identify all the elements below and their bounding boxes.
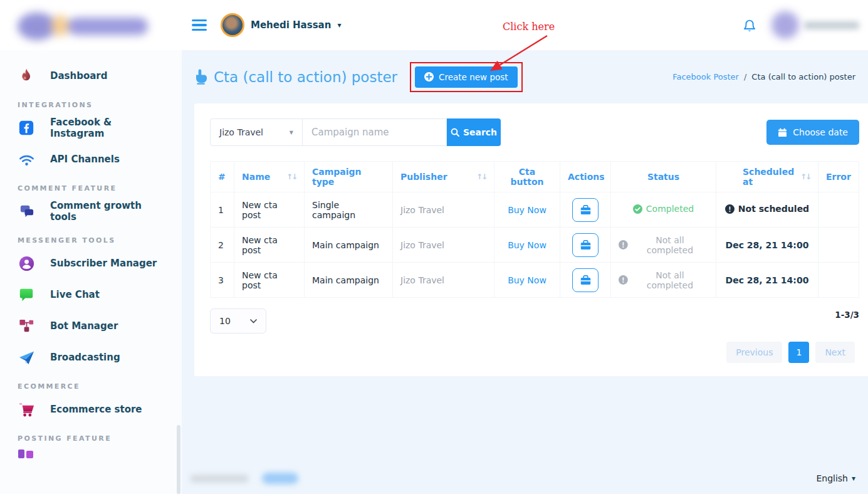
caret-down-icon: ▼	[290, 130, 293, 135]
secondary-user-menu[interactable]	[771, 11, 859, 39]
status-badge: Not all completed	[632, 235, 708, 255]
column-status: Status	[611, 162, 716, 192]
content-card: Jizo Travel ▼ Search	[194, 103, 868, 376]
sidebar-item-dashboard[interactable]: Dashboard	[0, 60, 182, 92]
publisher-select[interactable]: Jizo Travel ▼	[210, 118, 303, 146]
campaign-actions-button[interactable]	[572, 268, 599, 292]
hamburger-menu-icon[interactable]	[192, 19, 207, 31]
breadcrumb-current: Cta (call to action) poster	[751, 72, 855, 81]
app-logo[interactable]	[18, 8, 163, 43]
annotation-click-here: Click here	[503, 21, 555, 33]
sidebar-item-subscriber-manager[interactable]: Subscriber Manager	[0, 248, 182, 279]
info-circle-icon	[619, 275, 628, 285]
status-badge: Not all completed	[632, 270, 708, 290]
sort-icon[interactable]: ↑↓	[800, 172, 810, 181]
sidebar-item-label: Subscriber Manager	[50, 258, 157, 269]
sidebar-item-bot-manager[interactable]: Bot Manager	[0, 310, 182, 342]
hand-pointer-icon	[194, 69, 207, 85]
comments-icon	[18, 202, 35, 220]
caret-down-icon: ▾	[337, 21, 341, 29]
column-publisher[interactable]: Publisher↑↓	[393, 162, 494, 192]
user-circle-icon	[18, 255, 35, 272]
chevron-down-icon	[250, 319, 257, 323]
sort-icon[interactable]: ↑↓	[286, 172, 296, 181]
sidebar-section-ecommerce: ECOMMERCE	[0, 382, 182, 391]
sidebar-item-label: Facebook & Instagram	[50, 117, 164, 139]
sidebar-scrollbar[interactable]	[177, 425, 180, 494]
page-size-select[interactable]: 10	[210, 308, 266, 334]
topbar-user-menu[interactable]: Mehedi Hassan ▾	[221, 13, 341, 37]
cta-button-link[interactable]: Buy Now	[508, 240, 546, 250]
user-avatar	[221, 13, 244, 37]
table-header-row: # Name↑↓ Campaign type Publisher↑↓ Cta b…	[211, 162, 859, 192]
sidebar-item-live-chat[interactable]: Live Chat	[0, 279, 182, 310]
column-campaign-type: Campaign type	[305, 162, 393, 192]
current-page-button[interactable]: 1	[788, 342, 809, 363]
sidebar-section-messenger-tools: MESSENGER TOOLS	[0, 236, 182, 244]
footer-copyright-redacted	[191, 475, 248, 483]
sidebar-section-comment-feature: COMMENT FEATURE	[0, 184, 182, 192]
status-badge: Completed	[646, 204, 694, 214]
sidebar-item-label: Broadcasting	[50, 352, 120, 363]
plus-circle-icon	[424, 72, 434, 81]
secondary-avatar	[771, 11, 799, 39]
footer: English ▾	[182, 473, 868, 484]
sitemap-icon	[18, 317, 35, 335]
footer-link-redacted[interactable]	[262, 473, 298, 484]
breadcrumb-facebook-poster[interactable]: Facebook Poster	[672, 72, 739, 81]
bell-icon[interactable]	[743, 18, 756, 33]
create-new-post-button[interactable]: Create new post	[415, 66, 518, 88]
sidebar-item-label: Bot Manager	[50, 320, 118, 332]
column-actions: Actions	[560, 162, 611, 192]
sidebar-item-label: Comment growth tools	[50, 200, 164, 223]
column-scheduled-at[interactable]: Scheduled at↑↓	[716, 162, 818, 192]
table-row: 3 New cta post Main campaign Jizo Travel…	[211, 263, 859, 298]
column-name[interactable]: Name↑↓	[234, 162, 305, 192]
results-range: 1-3/3	[835, 310, 859, 320]
topbar: Mehedi Hassan ▾	[0, 0, 868, 50]
cta-button-link[interactable]: Buy Now	[508, 275, 546, 285]
sidebar-section-posting-feature: POSTING FEATURE	[0, 434, 182, 443]
sidebar-section-integrations: INTEGRATIONS	[0, 101, 182, 109]
column-num: #	[211, 162, 234, 192]
filter-bar: Jizo Travel ▼ Search	[210, 118, 859, 146]
cta-button-link[interactable]: Buy Now	[508, 205, 546, 215]
sidebar-item-ecommerce-store[interactable]: Ecommerce store	[0, 394, 182, 425]
sidebar-item-broadcasting[interactable]: Broadcasting	[0, 342, 182, 373]
info-circle-icon	[725, 204, 735, 214]
next-page-button[interactable]: Next	[815, 342, 855, 363]
info-circle-icon	[619, 240, 628, 250]
previous-page-button[interactable]: Previous	[726, 342, 782, 363]
table-row: 1 New cta post Single campaign Jizo Trav…	[211, 192, 859, 228]
sidebar-item-api-channels[interactable]: API Channels	[0, 144, 182, 175]
main-content: Cta (call to action) poster Create new p…	[182, 50, 868, 494]
posting-feature-icon-partial	[0, 446, 182, 461]
sidebar-item-label: Dashboard	[50, 70, 107, 81]
sidebar-item-label: Live Chat	[50, 289, 100, 300]
check-circle-icon	[633, 204, 642, 214]
sidebar-item-facebook-instagram[interactable]: Facebook & Instagram	[0, 112, 182, 144]
breadcrumb-separator: /	[744, 72, 746, 81]
secondary-user-name-redacted	[804, 21, 859, 29]
briefcase-icon	[580, 205, 591, 215]
user-name: Mehedi Hassan	[251, 19, 331, 31]
choose-date-button[interactable]: Choose date	[766, 120, 859, 145]
cta-posts-table: # Name↑↓ Campaign type Publisher↑↓ Cta b…	[210, 161, 859, 298]
briefcase-icon	[580, 240, 591, 250]
language-selector[interactable]: English ▾	[816, 473, 855, 483]
sidebar-item-label: Ecommerce store	[50, 404, 142, 415]
campaign-actions-button[interactable]	[572, 233, 599, 257]
table-row: 2 New cta post Main campaign Jizo Travel…	[211, 228, 859, 263]
annotation-highlight-box: Create new post	[410, 62, 523, 92]
caret-down-icon: ▾	[852, 474, 855, 483]
page-header: Cta (call to action) poster Create new p…	[182, 50, 868, 103]
column-error: Error	[818, 162, 859, 192]
chat-bubble-icon	[18, 286, 35, 303]
sidebar-item-label: API Channels	[50, 154, 120, 165]
sort-icon[interactable]: ↑↓	[476, 172, 486, 181]
sidebar: Dashboard INTEGRATIONS Facebook & Instag…	[0, 50, 182, 494]
sidebar-item-comment-growth-tools[interactable]: Comment growth tools	[0, 196, 182, 227]
campaign-actions-button[interactable]	[572, 198, 599, 222]
campaign-name-input[interactable]	[303, 118, 447, 146]
search-button[interactable]: Search	[447, 118, 501, 146]
